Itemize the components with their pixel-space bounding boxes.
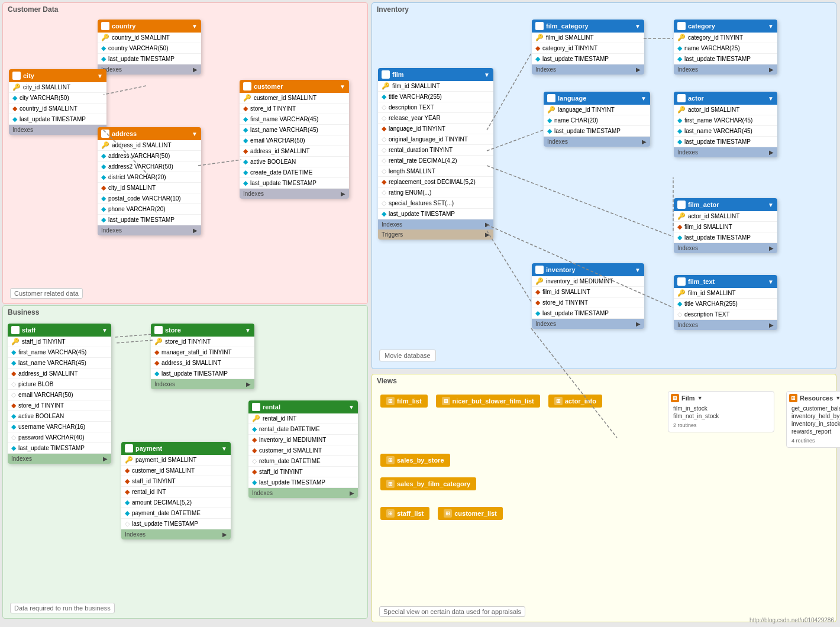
field-row: 🔑city_id SMALLINT [9,82,106,93]
view-icon: ⊞ [442,397,450,405]
field-name: address_id SMALLINT [161,360,221,366]
table-footer-indexes[interactable]: Indexes ▶ [532,319,644,329]
view-customer-list[interactable]: ⊞customer_list [438,507,503,520]
table-body: 🔑film_id SMALLINT ◆category_id TINYINT ◆… [532,33,644,64]
field-row: ◆rental_date DATETIME [248,424,358,435]
table-footer-indexes[interactable]: Indexes ▶ [9,125,106,135]
field-name: city VARCHAR(50) [20,95,69,101]
view-group-item: inventory_held_by_cu... [789,412,840,420]
field-row: ◆country VARCHAR(50) [98,43,201,54]
table-footer-indexes[interactable]: Indexes ▶ [8,454,111,464]
view-nicer-film-list[interactable]: ⊞nicer_but_slower_film_list [436,395,540,408]
field-name: create_date DATETIME [250,169,312,176]
table-customer-header: customer ▼ [240,80,349,93]
table-footer-indexes[interactable]: Indexes ▶ [378,219,493,230]
field-name: inventory_id MEDIUMINT [259,437,326,443]
view-group-item: film_not_in_stock [671,412,771,420]
field-row: ◆create_date DATETIME [240,167,349,178]
table-footer-indexes[interactable]: Indexes ▶ [674,320,777,330]
table-footer-triggers[interactable]: Triggers ▶ [378,230,493,240]
field-row: ◆title VARCHAR(255) [378,92,493,102]
field-row: ◆last_name VARCHAR(45) [240,125,349,135]
field-icon: ◆ [12,94,17,102]
view-staff-list[interactable]: ⊞staff_list [380,507,429,520]
table-footer-indexes[interactable]: Indexes ▶ [674,243,777,253]
field-icon: ◆ [547,117,552,124]
table-footer-indexes[interactable]: Indexes ▶ [240,189,349,199]
field-icon: ◇ [382,189,386,196]
table-body: 🔑film_id SMALLINT ◆title VARCHAR(255) ◇d… [674,288,777,320]
table-film: film ▼ 🔑film_id SMALLINT ◆title VARCHAR(… [378,68,493,240]
field-icon: ◆ [11,423,16,431]
field-icon: ◇ [382,114,386,122]
field-name: language_id TINYINT [558,106,615,113]
field-row: ◆rental_id INT [121,487,231,497]
field-name: customer_id SMALLINT [254,95,316,101]
table-body: 🔑city_id SMALLINT ◆city VARCHAR(50) ◆cou… [9,82,106,125]
table-name: film_actor [688,201,719,208]
view-actor-info[interactable]: ⊞actor_info [548,395,602,408]
field-icon: 🔑 [12,83,21,91]
field-name: active BOOLEAN [250,159,296,165]
header-arrow: ▼ [97,73,103,79]
views-panel-label: Views [372,374,836,387]
field-icon: ◆ [382,210,386,218]
customer-panel-label: Customer Data [3,3,367,16]
table-footer-indexes[interactable]: Indexes ▶ [121,529,231,539]
field-icon: ◆ [125,499,130,506]
field-icon: ◆ [101,163,106,170]
field-row: ◇email VARCHAR(50) [8,390,111,400]
view-sales-store[interactable]: ⊞sales_by_store [380,454,450,467]
field-icon: ◆ [125,509,130,517]
field-name: last_update TIMESTAMP [250,180,316,186]
field-row: ◆customer_id SMALLINT [121,466,231,476]
table-footer-indexes[interactable]: Indexes ▶ [674,64,777,75]
business-panel-label: Business [3,306,367,319]
views-sublabel: Special view on certain data used for ap… [379,606,525,617]
view-group-item: rewards_report [789,428,840,435]
table-film-actor-header: film_actor ▼ [674,198,777,211]
table-name: film_category [546,22,589,30]
field-row: 🔑country_id SMALLINT [98,33,201,43]
header-arrow: ▼ [348,404,354,411]
field-icon: ◆ [535,44,540,52]
table-footer-indexes[interactable]: Indexes ▶ [248,488,358,498]
table-footer-indexes[interactable]: Indexes ▶ [544,137,650,147]
field-name: amount DECIMAL(5,2) [132,499,192,506]
field-icon: ◆ [243,169,248,176]
field-name: rating ENUM(...) [389,189,431,196]
field-icon: ◆ [677,234,682,241]
field-row: ◇rental_duration TINYINT [378,145,493,156]
view-group-name: Resources [800,395,833,402]
table-footer-indexes[interactable]: Indexes ▶ [98,64,201,75]
field-icon: 🔑 [243,94,251,102]
field-name: last_update TIMESTAMP [108,56,175,62]
views-panel: Views ⊞film_list ⊞nicer_but_slower_film_… [371,374,836,622]
field-icon: ◆ [125,467,130,474]
field-row: ◆film_id SMALLINT [532,287,644,298]
table-footer-indexes[interactable]: Indexes ▶ [98,225,201,235]
table-icon [677,277,686,286]
field-icon: 🔑 [101,34,109,41]
table-footer-indexes[interactable]: Indexes ▶ [532,64,644,75]
field-row: ◆address_id SMALLINT [151,358,254,369]
table-film-text: film_text ▼ 🔑film_id SMALLINT ◆title VAR… [674,275,777,330]
field-row: ◇picture BLOB [8,379,111,390]
header-arrow: ▼ [221,445,227,452]
field-row: ◆active BOOLEAN [240,157,349,167]
table-actor: actor ▼ 🔑actor_id SMALLINT ◆first_name V… [674,92,777,157]
field-icon: ◆ [243,179,248,187]
field-row: ◆username VARCHAR(16) [8,422,111,432]
field-row: ◆payment_date DATETIME [121,508,231,519]
table-body: 🔑inventory_id MEDIUMINT ◆film_id SMALLIN… [532,276,644,319]
view-sales-film-category[interactable]: ⊞sales_by_film_category [380,477,476,490]
field-icon: ◆ [677,117,682,124]
table-body: 🔑rental_id INT ◆rental_date DATETIME ◆in… [248,413,358,488]
view-film-list[interactable]: ⊞film_list [380,395,428,408]
table-icon [12,72,21,80]
table-footer-indexes[interactable]: Indexes ▶ [151,379,254,389]
field-row: ◆address2 VARCHAR(50) [98,161,201,172]
table-footer-indexes[interactable]: Indexes ▶ [674,147,777,157]
url-credit: http://blog.csdn.net/u010429286 [749,617,834,623]
field-name: name VARCHAR(25) [684,45,740,51]
